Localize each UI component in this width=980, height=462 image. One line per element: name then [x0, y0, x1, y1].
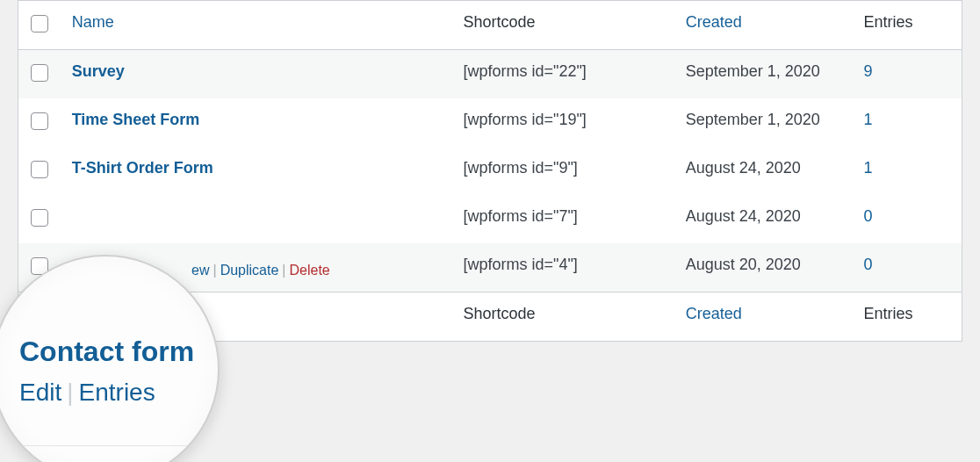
- duplicate-action[interactable]: Duplicate: [220, 263, 279, 278]
- header-checkbox-cell: [18, 1, 63, 50]
- header-entries: Entries: [854, 1, 962, 50]
- entries-count-link[interactable]: 1: [863, 111, 872, 128]
- created-value: September 1, 2020: [677, 50, 855, 99]
- preview-action[interactable]: ew: [191, 263, 209, 278]
- table-row: T-Shirt Order Form [wpforms id="9"] Augu…: [18, 147, 962, 195]
- footer-shortcode: Shortcode: [454, 292, 676, 342]
- footer-entries: Entries: [854, 292, 962, 342]
- shortcode-value: [wpforms id="4"]: [454, 243, 676, 292]
- header-row: Name Shortcode Created Entries: [18, 1, 962, 50]
- action-separator: |: [209, 263, 220, 278]
- magnified-edit-action[interactable]: Edit: [19, 379, 61, 406]
- created-value: August 24, 2020: [677, 195, 855, 243]
- table-row: [wpforms id="7"] August 24, 2020 0: [18, 195, 962, 243]
- sort-created-link-footer[interactable]: Created: [686, 305, 742, 322]
- form-name-link[interactable]: T-Shirt Order Form: [72, 159, 213, 177]
- action-separator: |: [278, 263, 289, 278]
- row-checkbox[interactable]: [31, 64, 48, 82]
- form-name-link[interactable]: Time Sheet Form: [72, 111, 200, 128]
- header-shortcode: Shortcode: [454, 1, 676, 50]
- entries-count-link[interactable]: 0: [863, 207, 872, 225]
- row-checkbox[interactable]: [31, 161, 48, 178]
- header-created: Created: [677, 1, 855, 50]
- sort-name-link[interactable]: Name: [72, 13, 114, 31]
- created-value: August 20, 2020: [677, 243, 855, 292]
- magnifier-divider: [0, 445, 218, 446]
- created-value: August 24, 2020: [677, 147, 855, 195]
- header-name: Name: [63, 1, 455, 50]
- magnified-form-name[interactable]: Contact form: [19, 336, 220, 368]
- sort-created-link[interactable]: Created: [686, 13, 742, 31]
- delete-action[interactable]: Delete: [289, 263, 329, 278]
- magnifier-content: Contact form Edit|Entries: [19, 336, 220, 407]
- entries-count-link[interactable]: 0: [863, 256, 872, 273]
- magnified-row-actions: Edit|Entries: [19, 379, 220, 407]
- form-name-link[interactable]: Survey: [72, 62, 125, 80]
- select-all-checkbox[interactable]: [31, 15, 48, 32]
- magnified-entries-action[interactable]: Entries: [79, 379, 155, 406]
- shortcode-value: [wpforms id="7"]: [454, 195, 676, 243]
- shortcode-value: [wpforms id="19"]: [454, 98, 676, 147]
- created-value: September 1, 2020: [677, 98, 855, 147]
- magnified-separator: |: [61, 379, 78, 406]
- entries-count-link[interactable]: 1: [863, 159, 872, 177]
- row-checkbox[interactable]: [31, 112, 48, 130]
- entries-count-link[interactable]: 9: [863, 62, 872, 80]
- footer-created: Created: [677, 292, 855, 342]
- shortcode-value: [wpforms id="9"]: [454, 147, 676, 195]
- row-checkbox[interactable]: [31, 209, 48, 227]
- table-row: Time Sheet Form [wpforms id="19"] Septem…: [18, 98, 962, 147]
- table-body: Survey [wpforms id="22"] September 1, 20…: [18, 50, 962, 292]
- table-row: Survey [wpforms id="22"] September 1, 20…: [18, 50, 962, 99]
- shortcode-value: [wpforms id="22"]: [454, 50, 676, 99]
